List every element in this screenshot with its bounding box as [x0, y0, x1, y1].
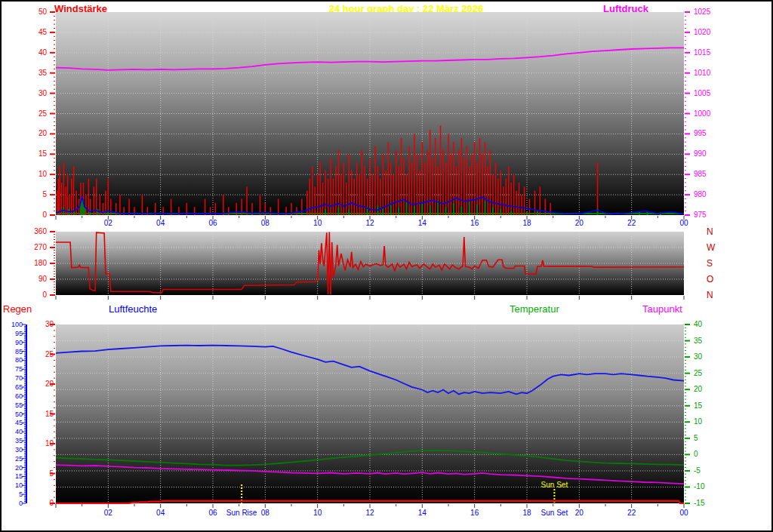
wind-axis-tick-label: 5 [26, 191, 47, 198]
temperature-axis-tick-label: 40 [694, 321, 716, 328]
rain-axis-tick-label: 15 [33, 411, 54, 418]
direction-axis-tick-label: 270 [24, 244, 47, 251]
temperature-label: Temperatur [510, 304, 559, 314]
pressure-axis-tick-label: 995 [694, 130, 719, 137]
humidity-axis-tick-label: 15 [3, 473, 23, 480]
humidity-axis-tick-label: 70 [3, 375, 23, 382]
wind-axis-tick-label: 40 [26, 49, 47, 57]
humidity-axis-tick-label: 65 [3, 384, 23, 391]
humidity-temperature-plot-layer [56, 324, 684, 503]
rain-axis-tick-label: 5 [33, 470, 54, 478]
temperature-axis-tick-label: 15 [694, 402, 716, 410]
bottom-x-label: 06 [202, 509, 224, 517]
pressure-axis-tick-label: 990 [694, 150, 719, 158]
wind-axis-tick-label: 0 [26, 211, 47, 219]
bottom-x-label: 20 [568, 509, 590, 517]
rain-axis-tick-label: 25 [33, 351, 54, 358]
pressure-axis-tick-label: 975 [694, 211, 719, 219]
humidity-label: Luftfeuchte [109, 304, 157, 314]
top-x-label: 14 [411, 220, 433, 227]
humidity-axis-tick-label: 100 [3, 321, 23, 328]
direction-axis-tick-label: 0 [24, 291, 47, 299]
humidity-axis-tick-label: 40 [3, 429, 23, 435]
temperature-axis-tick-label: 30 [694, 353, 716, 361]
top-x-label: 20 [568, 220, 590, 227]
bottom-x-label: 16 [463, 509, 486, 517]
temperature-axis-tick-label: -15 [694, 500, 716, 507]
humidity-axis-tick-label: 60 [3, 393, 23, 400]
direction-axis-tick-label: 360 [24, 228, 47, 235]
top-x-label: 22 [621, 220, 643, 227]
temperature-axis-tick-label: 35 [694, 337, 716, 345]
direction-letter-w: W [707, 243, 722, 252]
direction-letter-s: S [707, 259, 722, 268]
wind-axis-tick-label: 15 [26, 150, 47, 158]
rain-label: Regen [3, 304, 32, 314]
wind-pressure-plot-layer [56, 12, 684, 215]
humidity-axis-tick-label: 90 [3, 340, 23, 346]
bottom-x-label: 04 [149, 509, 172, 517]
top-x-label: 10 [306, 220, 329, 227]
humidity-axis-tick-label: 85 [3, 349, 23, 355]
pressure-axis-tick-label: 1015 [694, 49, 719, 57]
wind-axis-tick-label: 20 [26, 130, 47, 137]
top-x-label: 18 [516, 220, 538, 227]
top-x-label: 08 [254, 220, 276, 227]
bottom-x-label: 18 [516, 509, 538, 517]
humidity-axis-tick-label: 20 [3, 465, 23, 472]
wind-axis-tick-label: 25 [26, 110, 47, 118]
direction-letter-n: N [707, 227, 722, 236]
pressure-axis-tick-label: 985 [694, 171, 719, 178]
humidity-axis-tick-label: 5 [3, 491, 23, 498]
top-x-label: 06 [202, 220, 224, 227]
humidity-axis-tick-label: 80 [3, 357, 23, 364]
top-x-label: 12 [359, 220, 381, 227]
humidity-axis-tick-label: 30 [3, 447, 23, 454]
temperature-axis-tick-label: -10 [694, 483, 716, 490]
humidity-axis-tick-label: 45 [3, 420, 23, 426]
humidity-axis-tick-label: 25 [3, 456, 23, 463]
dewpoint-label: Taupunkt [642, 304, 682, 314]
wind-axis-tick-label: 30 [26, 90, 47, 97]
rain-axis-tick-label: 20 [33, 380, 54, 388]
bottom-x-label: 10 [306, 509, 329, 517]
humidity-axis-tick-label: 0 [3, 500, 23, 507]
temperature-axis-tick-label: 20 [694, 386, 716, 393]
humidity-axis-tick-label: 55 [3, 402, 23, 409]
direction-letter-n: N [707, 291, 722, 300]
temperature-axis-tick-label: 25 [694, 370, 716, 377]
pressure-axis-tick-label: 980 [694, 191, 719, 198]
top-x-label: 00 [673, 220, 695, 227]
wind-axis-tick-label: 35 [26, 69, 47, 77]
top-x-label: 16 [463, 220, 486, 227]
bottom-x-label: 22 [621, 509, 643, 517]
bottom-x-label: 08 [254, 509, 276, 517]
humidity-axis-tick-label: 10 [3, 482, 23, 489]
direction-letter-o: O [707, 275, 722, 284]
direction-axis-tick-label: 90 [24, 275, 47, 283]
top-x-label: 04 [149, 220, 172, 227]
pressure-axis-tick-label: 1005 [694, 90, 719, 97]
wind-direction-plot-layer [56, 232, 684, 295]
bottom-x-label: 12 [359, 509, 381, 517]
humidity-axis-tick-label: 35 [3, 438, 23, 444]
pressure-axis-tick-label: 1020 [694, 29, 719, 36]
weather-graph-window: Windstärke 24 hour graph day : 22 März 2… [0, 0, 773, 532]
temperature-axis-tick-label: 5 [694, 435, 716, 442]
top-x-label: 02 [97, 220, 119, 227]
humidity-axis-tick-label: 50 [3, 411, 23, 418]
rain-axis-tick-label: 0 [33, 500, 54, 507]
wind-axis-tick-label: 50 [26, 8, 47, 16]
humidity-axis-tick-label: 95 [3, 331, 23, 337]
wind-axis-tick-label: 10 [26, 171, 47, 178]
temperature-axis-tick-label: 0 [694, 451, 716, 458]
bottom-x-label: 14 [411, 509, 433, 517]
sunset-marker-label: Sun Set [531, 481, 577, 489]
pressure-axis-tick-label: 1000 [694, 110, 719, 118]
temperature-axis-tick-label: 10 [694, 418, 716, 426]
bottom-x-label: 02 [97, 509, 119, 517]
rain-axis-tick-label: 30 [33, 321, 54, 328]
temperature-axis-tick-label: -5 [694, 467, 716, 475]
wind-axis-tick-label: 45 [26, 29, 47, 36]
bottom-x-label: 00 [673, 509, 695, 517]
